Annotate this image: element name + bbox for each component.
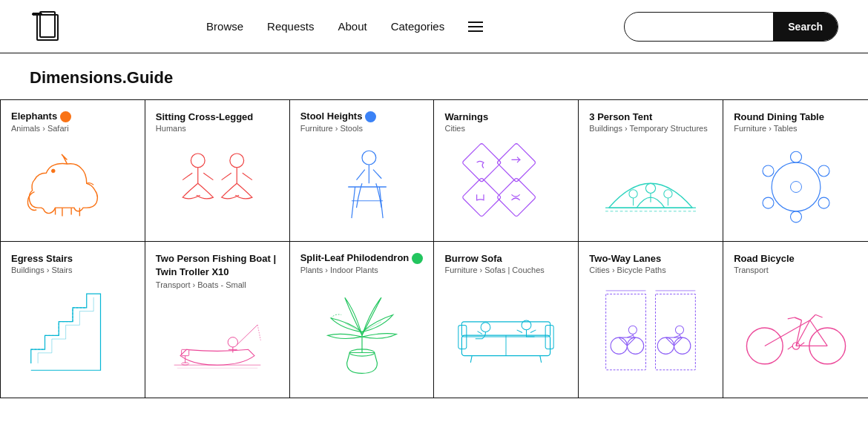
item-image bbox=[11, 280, 134, 377]
svg-point-56 bbox=[481, 323, 490, 332]
svg-point-60 bbox=[611, 337, 627, 354]
item-title: Road Bicycle bbox=[734, 253, 795, 264]
updated-badge bbox=[365, 111, 376, 122]
item-title: Warnings bbox=[444, 111, 488, 122]
svg-line-87 bbox=[799, 343, 804, 346]
new-badge bbox=[60, 111, 71, 122]
item-title: Burrow Sofa bbox=[444, 253, 502, 264]
svg-point-36 bbox=[228, 337, 237, 346]
svg-point-66 bbox=[658, 337, 674, 354]
svg-point-71 bbox=[676, 326, 684, 334]
item-image bbox=[300, 139, 424, 235]
item-title: 3 Person Tent bbox=[589, 111, 652, 122]
nav-requests[interactable]: Requests bbox=[267, 20, 314, 33]
item-category: Cities bbox=[444, 124, 568, 133]
item-title: Egress Stairs bbox=[11, 253, 73, 264]
svg-point-32 bbox=[790, 211, 801, 222]
items-grid: Elephants Animals › Safari Sitting Cross… bbox=[0, 100, 868, 398]
nav-categories[interactable]: Categories bbox=[391, 20, 445, 33]
svg-rect-1 bbox=[40, 12, 55, 37]
hamburger-icon[interactable] bbox=[468, 22, 483, 32]
item-category: Plants › Indoor Plants bbox=[300, 266, 424, 274]
svg-point-30 bbox=[818, 165, 829, 177]
svg-point-61 bbox=[628, 337, 644, 354]
svg-point-28 bbox=[772, 162, 821, 211]
item-image bbox=[589, 280, 712, 377]
svg-point-11 bbox=[191, 154, 205, 168]
list-item[interactable]: Two Person Fishing Boat | Twin Troller X… bbox=[145, 242, 290, 398]
item-category: Transport bbox=[734, 266, 858, 274]
svg-point-12 bbox=[230, 154, 244, 168]
item-title: Two Person Fishing Boat | Twin Troller X… bbox=[156, 253, 276, 277]
list-item[interactable]: Sitting Cross-Legged Humans bbox=[145, 100, 290, 242]
svg-point-24 bbox=[629, 190, 637, 198]
svg-line-15 bbox=[352, 187, 355, 218]
item-image bbox=[589, 139, 712, 235]
svg-rect-21 bbox=[497, 178, 536, 217]
item-category: Cities › Bicycle Paths bbox=[589, 266, 712, 274]
list-item[interactable]: Two-Way Lanes Cities › Bicycle Paths bbox=[579, 242, 723, 398]
list-item[interactable]: Egress Stairs Buildings › Stairs bbox=[1, 242, 145, 398]
item-category: Furniture › Tables bbox=[734, 124, 858, 133]
svg-line-55 bbox=[540, 356, 542, 363]
item-image bbox=[734, 280, 858, 377]
list-item[interactable]: Warnings Cities bbox=[434, 100, 579, 242]
search-input[interactable] bbox=[625, 21, 773, 33]
nav-browse[interactable]: Browse bbox=[206, 20, 243, 33]
item-image bbox=[444, 139, 568, 235]
svg-point-23 bbox=[646, 183, 656, 193]
svg-point-35 bbox=[790, 182, 801, 193]
item-category: Humans bbox=[156, 124, 279, 133]
page-title: Dimensions.Guide bbox=[0, 53, 868, 100]
item-category: Furniture › Stools bbox=[300, 124, 424, 133]
svg-line-39 bbox=[257, 325, 260, 340]
svg-line-81 bbox=[809, 314, 815, 320]
svg-line-84 bbox=[787, 317, 794, 319]
svg-point-25 bbox=[664, 190, 672, 198]
svg-point-65 bbox=[629, 326, 637, 334]
svg-point-31 bbox=[818, 197, 829, 208]
search-button[interactable]: Search bbox=[773, 12, 838, 42]
svg-rect-58 bbox=[606, 294, 646, 370]
search-bar: Search bbox=[624, 12, 838, 42]
list-item[interactable]: 3 Person Tent Buildings › Temporary Stru… bbox=[579, 100, 723, 242]
svg-line-86 bbox=[787, 346, 792, 349]
item-image bbox=[734, 139, 858, 235]
svg-line-38 bbox=[237, 325, 257, 345]
item-image bbox=[444, 280, 568, 377]
item-image bbox=[156, 139, 279, 235]
svg-line-79 bbox=[796, 320, 802, 346]
list-item[interactable]: Round Dining Table Furniture › Tables bbox=[723, 100, 868, 242]
svg-rect-18 bbox=[462, 143, 502, 182]
header: Browse Requests About Categories Search bbox=[0, 0, 868, 53]
item-title: Split-Leaf Philodendron bbox=[300, 252, 410, 263]
item-image bbox=[11, 139, 134, 235]
svg-rect-50 bbox=[462, 322, 550, 337]
item-category: Buildings › Temporary Structures bbox=[589, 124, 712, 133]
list-item[interactable]: Burrow Sofa Furniture › Sofas | Couches bbox=[434, 242, 579, 398]
svg-point-67 bbox=[674, 337, 691, 354]
logo[interactable] bbox=[30, 9, 65, 44]
svg-line-78 bbox=[809, 320, 826, 346]
svg-point-34 bbox=[763, 165, 774, 177]
item-category: Buildings › Stairs bbox=[11, 266, 134, 274]
item-image bbox=[300, 280, 424, 377]
list-item[interactable]: Stool Heights Furniture › Stools bbox=[290, 100, 435, 242]
item-title: Sitting Cross-Legged bbox=[156, 111, 253, 122]
item-title: Two-Way Lanes bbox=[589, 253, 661, 264]
nav-about[interactable]: About bbox=[338, 20, 366, 33]
svg-rect-20 bbox=[462, 178, 502, 217]
item-image bbox=[156, 295, 279, 392]
list-item[interactable]: Split-Leaf Philodendron Plants › Indoor … bbox=[290, 242, 435, 398]
main-nav: Browse Requests About Categories bbox=[206, 20, 483, 33]
item-category: Animals › Safari bbox=[11, 124, 134, 133]
svg-line-54 bbox=[471, 356, 473, 363]
svg-line-82 bbox=[815, 314, 822, 317]
svg-rect-59 bbox=[656, 294, 696, 370]
svg-point-29 bbox=[790, 151, 801, 162]
item-title: Stool Heights bbox=[300, 111, 363, 122]
list-item[interactable]: Elephants Animals › Safari bbox=[1, 100, 145, 242]
list-item[interactable]: Road Bicycle Transport bbox=[723, 242, 868, 398]
svg-point-13 bbox=[362, 151, 376, 165]
item-title: Elephants bbox=[11, 111, 57, 122]
